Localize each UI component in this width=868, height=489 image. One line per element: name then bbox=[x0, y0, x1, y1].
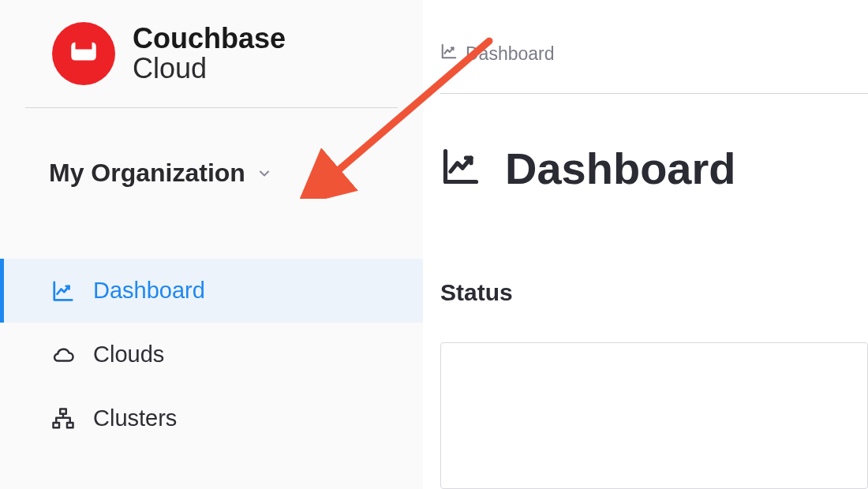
sidebar: Couchbase Cloud My Organization Dashboar… bbox=[0, 0, 423, 489]
nav-list: Dashboard Clouds Clusters bbox=[0, 259, 423, 450]
page-header: Dashboard bbox=[423, 94, 868, 194]
cloud-icon bbox=[51, 342, 76, 368]
breadcrumb-label: Dashboard bbox=[466, 43, 555, 65]
brand-text: Couchbase Cloud bbox=[133, 24, 286, 84]
brand-subtitle: Cloud bbox=[133, 54, 286, 84]
chevron-down-icon bbox=[256, 166, 272, 181]
chart-line-icon bbox=[51, 278, 76, 304]
organization-label: My Organization bbox=[49, 159, 245, 188]
breadcrumb[interactable]: Dashboard bbox=[423, 0, 868, 93]
status-heading: Status bbox=[423, 194, 868, 306]
page-title: Dashboard bbox=[505, 143, 736, 194]
cluster-icon bbox=[51, 406, 76, 431]
brand-logo-circle bbox=[52, 22, 115, 85]
status-panel bbox=[440, 342, 868, 489]
nav-item-dashboard[interactable]: Dashboard bbox=[0, 259, 423, 323]
nav-item-label: Dashboard bbox=[93, 278, 205, 304]
brand-logo-area: Couchbase Cloud bbox=[0, 0, 423, 107]
chart-line-icon bbox=[440, 43, 458, 65]
main-content: Dashboard Dashboard Status bbox=[423, 0, 868, 489]
nav-item-clouds[interactable]: Clouds bbox=[0, 323, 423, 386]
chart-line-icon bbox=[440, 146, 481, 190]
nav-item-clusters[interactable]: Clusters bbox=[0, 386, 423, 450]
brand-title: Couchbase bbox=[133, 24, 286, 54]
organization-selector[interactable]: My Organization bbox=[0, 108, 423, 259]
nav-item-label: Clouds bbox=[93, 342, 164, 368]
couchbase-logo-icon bbox=[67, 35, 100, 72]
nav-item-label: Clusters bbox=[93, 405, 177, 431]
